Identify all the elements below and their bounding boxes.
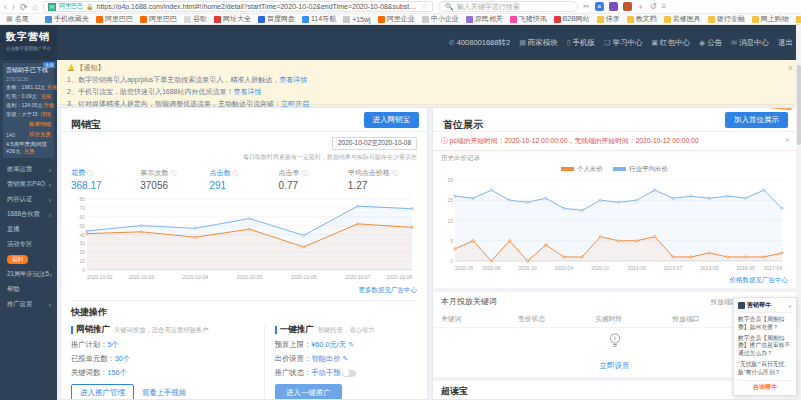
header-menu-item[interactable]: ▯手机版 [567, 38, 595, 48]
url-text[interactable]: https://p4p.1688.com/index.html#!/home2/… [96, 3, 417, 10]
search-text[interactable]: 输入关键字进行搜索 [457, 2, 520, 12]
header-menu-item[interactable]: ▣红包中心 [651, 38, 690, 48]
chevron-down-icon[interactable]: ∨ [788, 303, 792, 309]
undo-icon[interactable]: ↺ [650, 2, 657, 11]
scrollbar-thumb[interactable] [797, 65, 801, 145]
card-buttons: 进入推广管理 观看上手视频 [71, 384, 256, 400]
extension-a-icon[interactable]: a [595, 2, 604, 11]
message-icon: ✉ [731, 39, 737, 47]
faq-item[interactable]: 数字会员【周期扣费】推广信息审核不通过怎么办？ [738, 335, 792, 358]
bookmark-item[interactable]: 阿里企业 [378, 14, 415, 24]
bookmark-item[interactable]: 114导航 [302, 14, 336, 24]
extension-shield-icon[interactable] [609, 2, 618, 11]
enter-wangxiaobao-button[interactable]: 进入网销宝 [364, 112, 420, 128]
url-bar[interactable]: 阿 阿里巴巴 🔒 https://p4p.1688.com/index.html… [43, 1, 433, 12]
bookmark-item[interactable]: 阿里巴巴 [96, 14, 133, 24]
menu-icon[interactable]: ≡ [661, 2, 666, 11]
sidebar-item-anniversary[interactable]: 21周年庆玩法5∨ [0, 267, 57, 282]
header-menu-item[interactable]: ❏学习中心 [604, 38, 642, 48]
bookmark-folder[interactable]: 装修医具 [664, 14, 701, 24]
bookmark-item[interactable]: 谷歌 [184, 14, 207, 24]
faq-item[interactable]: 数字会员【周期扣费】如何充值？ [738, 316, 792, 332]
stat-clicks[interactable]: 点击数 ⓘ291 [209, 168, 278, 191]
refresh-icon[interactable]: ⟳ [20, 2, 28, 12]
bill-detail-link[interactable]: 账单明细 [6, 121, 51, 128]
help-widget: 营销帮牛 ∨ 数字会员【周期扣费】如何充值？ 数字会员【周期扣费】推广信息审核不… [733, 297, 797, 396]
header-menu-item[interactable]: ✉消息中心 [731, 38, 769, 48]
legend-industry-avg[interactable]: 行业平均出价 [613, 165, 668, 174]
plan-count[interactable]: 5个 [107, 340, 118, 349]
legend-personal-bid[interactable]: 个人出价 [561, 165, 603, 174]
close-icon[interactable]: × [788, 63, 793, 73]
consult-button[interactable]: 咨询帮牛 [738, 380, 792, 392]
bookmark-folder[interactable]: 头条直读 [796, 14, 801, 24]
help-widget-header[interactable]: 营销帮牛 ∨ [738, 301, 792, 313]
bookmark-item[interactable]: +15wj [343, 16, 370, 23]
recharge-link[interactable]: 充值 [41, 93, 51, 100]
bookmark-folder[interactable]: 教文档 [627, 14, 657, 24]
extension-m-icon[interactable] [623, 2, 632, 11]
bookmark-folder[interactable]: 银行金融 [708, 14, 745, 24]
stat-avg-cpc[interactable]: 平均点击价格 ⓘ1.27 [348, 168, 417, 191]
home-icon[interactable]: ⌂ [33, 2, 38, 12]
date-range-picker[interactable]: 2020-10-02至2020-10-08 [332, 137, 417, 150]
edit-icon[interactable]: ✎ [342, 355, 348, 362]
bookmarks-manager[interactable]: ▦名尾 [6, 14, 29, 24]
upgrade-link[interactable]: 升级 [44, 102, 54, 109]
bookmark-folder[interactable]: 佳录 [597, 14, 620, 24]
recharge-link[interactable]: 充值 [47, 84, 57, 91]
sidebar-item-help[interactable]: 帮助 [0, 282, 57, 297]
stat-ctr[interactable]: 点击率 ⓘ0.77 [279, 168, 348, 191]
sidebar-item-effect-ops[interactable]: 效果运营∨ [0, 162, 57, 177]
enter-one-click-promo-button[interactable]: 进入一键推广 [275, 384, 342, 400]
stat-impressions[interactable]: 展示次数 ⓘ37056 [140, 168, 209, 191]
scissors-icon[interactable]: ✂ [583, 2, 590, 11]
promo-status-toggle[interactable] [342, 370, 356, 377]
stat-cost[interactable]: 花费 ⓘ368.17 [71, 168, 140, 191]
sidebar-item-benefit[interactable]: 福利 [0, 252, 57, 267]
bookmark-item[interactable]: 原民相关 [466, 14, 503, 24]
logout-link[interactable]: 退出 [778, 38, 793, 48]
add-extension-icon[interactable]: ＋ [637, 1, 645, 12]
svg-text:70: 70 [79, 205, 85, 211]
points-exchange-link[interactable]: 积分兑换 [29, 131, 51, 138]
join-top-position-button[interactable]: 加入首位展示 [725, 112, 788, 128]
notice-link[interactable]: 查看详情 [279, 76, 307, 83]
keyword-count[interactable]: 156个 [107, 368, 126, 377]
bookmark-folder[interactable]: 网上购物 [752, 14, 789, 24]
sidebar-item-live[interactable]: 直播 [0, 222, 57, 237]
enter-promo-management-button[interactable]: 进入推广管理 [71, 384, 134, 400]
notice-link[interactable]: 查看详情 [233, 88, 261, 95]
bookmark-item[interactable]: B2B网站 [554, 14, 590, 24]
exchange-link[interactable]: 兑换 [24, 148, 35, 154]
more-data-link[interactable]: 更多数据见广告中心 [71, 286, 417, 295]
edit-icon[interactable]: ✎ [348, 341, 354, 348]
setup-now-link[interactable]: 立即设置 [600, 361, 630, 371]
bookmark-item[interactable]: 网址大全 [214, 14, 251, 24]
bookmark-item[interactable]: 百度网盘 [258, 14, 295, 24]
sidebar-item-content[interactable]: 内容认证∨ [0, 192, 57, 207]
header-menu-item[interactable]: ▤商家模块 [519, 38, 558, 48]
close-icon[interactable]: × [785, 135, 790, 145]
bookmark-item[interactable]: 中小企业 [422, 14, 459, 24]
unit-count[interactable]: 30个 [115, 354, 130, 363]
detail-link[interactable]: 详情 [41, 111, 51, 118]
forward-icon[interactable]: › [12, 2, 15, 12]
bookmark-item[interactable]: 手机收藏夹 [45, 14, 89, 24]
sidebar-item-activity[interactable]: 活动专区 [0, 237, 57, 252]
header-menu-item[interactable]: ◉公告 [699, 38, 722, 48]
back-icon[interactable]: ‹ [4, 2, 7, 12]
price-data-link[interactable]: 价格数据见广告中心 [433, 276, 796, 285]
bookmark-icon [422, 16, 429, 23]
app-logo[interactable]: 数字营销 企业数字营销推广平台 [0, 25, 57, 60]
bookmark-item[interactable]: 飞猪快讯 [510, 14, 547, 24]
sidebar-item-settings[interactable]: 推广设置∨ [0, 297, 57, 312]
star-icon[interactable]: ☆ [421, 2, 428, 11]
notice-link[interactable]: 立即开启 [281, 100, 309, 107]
faq-item[interactable]: “无忧版”“百日无忧版”有什么区别？ [738, 361, 792, 377]
sidebar-item-display[interactable]: 营销展示P4O∨ [0, 177, 57, 192]
quick-search-box[interactable]: 🔍 输入关键字进行搜索 [438, 1, 578, 12]
bookmark-item[interactable]: 阿里巴巴 [140, 14, 177, 24]
sidebar-item-partner[interactable]: 1688合伙营∨ [0, 207, 57, 222]
watch-video-link[interactable]: 观看上手视频 [142, 388, 186, 398]
